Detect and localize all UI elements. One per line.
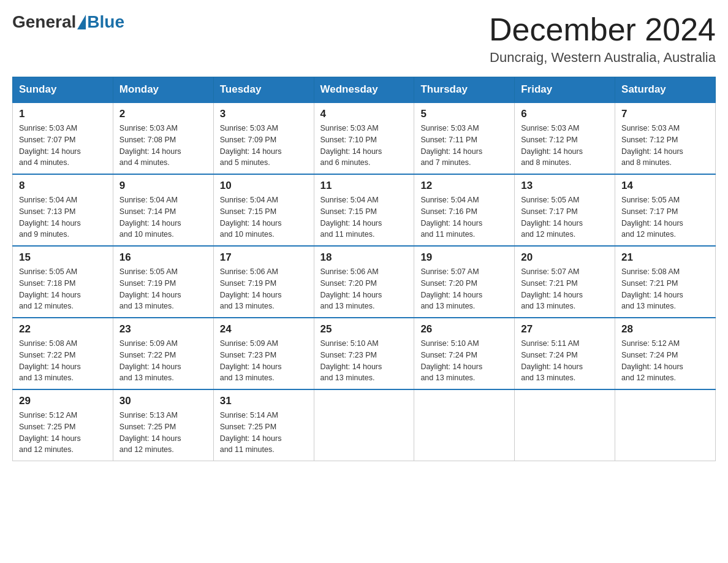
day-number: 21 bbox=[621, 251, 709, 264]
month-title: December 2024 bbox=[489, 12, 716, 47]
day-number: 13 bbox=[521, 180, 609, 192]
day-info: Sunrise: 5:14 AMSunset: 7:25 PMDaylight:… bbox=[220, 410, 308, 456]
day-info: Sunrise: 5:03 AMSunset: 7:08 PMDaylight:… bbox=[119, 123, 207, 169]
day-number: 5 bbox=[420, 108, 508, 120]
calendar-cell: 22Sunrise: 5:08 AMSunset: 7:22 PMDayligh… bbox=[13, 318, 113, 389]
week-row-5: 29Sunrise: 5:12 AMSunset: 7:25 PMDayligh… bbox=[13, 389, 716, 461]
calendar-cell: 13Sunrise: 5:05 AMSunset: 7:17 PMDayligh… bbox=[515, 174, 615, 246]
week-row-4: 22Sunrise: 5:08 AMSunset: 7:22 PMDayligh… bbox=[13, 318, 716, 389]
calendar-cell: 27Sunrise: 5:11 AMSunset: 7:24 PMDayligh… bbox=[515, 318, 615, 389]
weekday-header-sunday: Sunday bbox=[13, 77, 113, 103]
logo: General Blue bbox=[12, 12, 124, 32]
day-info: Sunrise: 5:05 AMSunset: 7:19 PMDaylight:… bbox=[119, 266, 207, 312]
calendar-cell: 1Sunrise: 5:03 AMSunset: 7:07 PMDaylight… bbox=[13, 102, 113, 174]
day-number: 12 bbox=[420, 180, 508, 192]
day-info: Sunrise: 5:10 AMSunset: 7:23 PMDaylight:… bbox=[320, 338, 408, 384]
day-number: 4 bbox=[320, 108, 408, 120]
day-number: 9 bbox=[119, 180, 207, 192]
logo-text-general: General bbox=[12, 12, 76, 32]
calendar-cell: 10Sunrise: 5:04 AMSunset: 7:15 PMDayligh… bbox=[213, 174, 314, 246]
calendar-cell: 9Sunrise: 5:04 AMSunset: 7:14 PMDaylight… bbox=[113, 174, 213, 246]
week-row-2: 8Sunrise: 5:04 AMSunset: 7:13 PMDaylight… bbox=[13, 174, 716, 246]
calendar-cell: 5Sunrise: 5:03 AMSunset: 7:11 PMDaylight… bbox=[414, 102, 515, 174]
day-info: Sunrise: 5:05 AMSunset: 7:17 PMDaylight:… bbox=[621, 194, 709, 240]
day-info: Sunrise: 5:03 AMSunset: 7:12 PMDaylight:… bbox=[521, 123, 609, 169]
day-number: 23 bbox=[119, 323, 207, 335]
day-info: Sunrise: 5:04 AMSunset: 7:15 PMDaylight:… bbox=[320, 194, 408, 240]
day-info: Sunrise: 5:06 AMSunset: 7:19 PMDaylight:… bbox=[220, 266, 308, 312]
calendar-cell: 6Sunrise: 5:03 AMSunset: 7:12 PMDaylight… bbox=[515, 102, 615, 174]
calendar-cell: 7Sunrise: 5:03 AMSunset: 7:12 PMDaylight… bbox=[615, 102, 716, 174]
calendar-cell bbox=[615, 389, 716, 461]
calendar-cell: 19Sunrise: 5:07 AMSunset: 7:20 PMDayligh… bbox=[414, 246, 515, 318]
day-info: Sunrise: 5:13 AMSunset: 7:25 PMDaylight:… bbox=[119, 410, 207, 456]
day-info: Sunrise: 5:09 AMSunset: 7:23 PMDaylight:… bbox=[220, 338, 308, 384]
calendar-cell: 31Sunrise: 5:14 AMSunset: 7:25 PMDayligh… bbox=[213, 389, 314, 461]
logo-triangle-icon bbox=[77, 15, 86, 29]
day-number: 2 bbox=[119, 108, 207, 120]
day-number: 8 bbox=[19, 180, 107, 192]
day-number: 26 bbox=[420, 323, 508, 335]
weekday-header-wednesday: Wednesday bbox=[314, 77, 414, 103]
day-info: Sunrise: 5:10 AMSunset: 7:24 PMDaylight:… bbox=[420, 338, 508, 384]
day-number: 31 bbox=[220, 395, 308, 407]
calendar-cell: 30Sunrise: 5:13 AMSunset: 7:25 PMDayligh… bbox=[113, 389, 213, 461]
weekday-header-friday: Friday bbox=[515, 77, 615, 103]
calendar-cell: 25Sunrise: 5:10 AMSunset: 7:23 PMDayligh… bbox=[314, 318, 414, 389]
logo-text-blue: Blue bbox=[87, 12, 124, 32]
day-number: 7 bbox=[621, 108, 709, 120]
weekday-header-thursday: Thursday bbox=[414, 77, 515, 103]
calendar-cell: 15Sunrise: 5:05 AMSunset: 7:18 PMDayligh… bbox=[13, 246, 113, 318]
week-row-3: 15Sunrise: 5:05 AMSunset: 7:18 PMDayligh… bbox=[13, 246, 716, 318]
day-info: Sunrise: 5:05 AMSunset: 7:17 PMDaylight:… bbox=[521, 194, 609, 240]
day-number: 16 bbox=[119, 251, 207, 264]
weekday-header-saturday: Saturday bbox=[615, 77, 716, 103]
calendar-cell: 2Sunrise: 5:03 AMSunset: 7:08 PMDaylight… bbox=[113, 102, 213, 174]
day-info: Sunrise: 5:07 AMSunset: 7:20 PMDaylight:… bbox=[420, 266, 508, 312]
calendar-cell: 3Sunrise: 5:03 AMSunset: 7:09 PMDaylight… bbox=[213, 102, 314, 174]
calendar-cell: 20Sunrise: 5:07 AMSunset: 7:21 PMDayligh… bbox=[515, 246, 615, 318]
day-info: Sunrise: 5:03 AMSunset: 7:11 PMDaylight:… bbox=[420, 123, 508, 169]
calendar-cell: 16Sunrise: 5:05 AMSunset: 7:19 PMDayligh… bbox=[113, 246, 213, 318]
day-info: Sunrise: 5:06 AMSunset: 7:20 PMDaylight:… bbox=[320, 266, 408, 312]
day-info: Sunrise: 5:04 AMSunset: 7:13 PMDaylight:… bbox=[19, 194, 107, 240]
day-number: 10 bbox=[220, 180, 308, 192]
day-number: 22 bbox=[19, 323, 107, 335]
day-number: 17 bbox=[220, 251, 308, 264]
calendar-cell: 28Sunrise: 5:12 AMSunset: 7:24 PMDayligh… bbox=[615, 318, 716, 389]
calendar-cell: 11Sunrise: 5:04 AMSunset: 7:15 PMDayligh… bbox=[314, 174, 414, 246]
day-number: 30 bbox=[119, 395, 207, 407]
day-info: Sunrise: 5:04 AMSunset: 7:15 PMDaylight:… bbox=[220, 194, 308, 240]
calendar-cell: 8Sunrise: 5:04 AMSunset: 7:13 PMDaylight… bbox=[13, 174, 113, 246]
calendar-cell: 12Sunrise: 5:04 AMSunset: 7:16 PMDayligh… bbox=[414, 174, 515, 246]
calendar-cell: 14Sunrise: 5:05 AMSunset: 7:17 PMDayligh… bbox=[615, 174, 716, 246]
day-info: Sunrise: 5:08 AMSunset: 7:22 PMDaylight:… bbox=[19, 338, 107, 384]
day-info: Sunrise: 5:03 AMSunset: 7:12 PMDaylight:… bbox=[621, 123, 709, 169]
day-info: Sunrise: 5:04 AMSunset: 7:14 PMDaylight:… bbox=[119, 194, 207, 240]
day-info: Sunrise: 5:12 AMSunset: 7:25 PMDaylight:… bbox=[19, 410, 107, 456]
day-number: 20 bbox=[521, 251, 609, 264]
day-number: 18 bbox=[320, 251, 408, 264]
calendar-cell bbox=[515, 389, 615, 461]
calendar-cell: 4Sunrise: 5:03 AMSunset: 7:10 PMDaylight… bbox=[314, 102, 414, 174]
day-number: 27 bbox=[521, 323, 609, 335]
calendar-cell: 21Sunrise: 5:08 AMSunset: 7:21 PMDayligh… bbox=[615, 246, 716, 318]
page-header: General Blue December 2024 Duncraig, Wes… bbox=[12, 12, 716, 66]
day-number: 14 bbox=[621, 180, 709, 192]
day-info: Sunrise: 5:03 AMSunset: 7:09 PMDaylight:… bbox=[220, 123, 308, 169]
day-number: 25 bbox=[320, 323, 408, 335]
calendar-cell: 18Sunrise: 5:06 AMSunset: 7:20 PMDayligh… bbox=[314, 246, 414, 318]
week-row-1: 1Sunrise: 5:03 AMSunset: 7:07 PMDaylight… bbox=[13, 102, 716, 174]
day-info: Sunrise: 5:04 AMSunset: 7:16 PMDaylight:… bbox=[420, 194, 508, 240]
day-info: Sunrise: 5:08 AMSunset: 7:21 PMDaylight:… bbox=[621, 266, 709, 312]
calendar-cell: 23Sunrise: 5:09 AMSunset: 7:22 PMDayligh… bbox=[113, 318, 213, 389]
day-info: Sunrise: 5:03 AMSunset: 7:07 PMDaylight:… bbox=[19, 123, 107, 169]
day-number: 15 bbox=[19, 251, 107, 264]
calendar-cell: 29Sunrise: 5:12 AMSunset: 7:25 PMDayligh… bbox=[13, 389, 113, 461]
day-info: Sunrise: 5:12 AMSunset: 7:24 PMDaylight:… bbox=[621, 338, 709, 384]
day-info: Sunrise: 5:03 AMSunset: 7:10 PMDaylight:… bbox=[320, 123, 408, 169]
day-number: 1 bbox=[19, 108, 107, 120]
weekday-header-monday: Monday bbox=[113, 77, 213, 103]
day-number: 24 bbox=[220, 323, 308, 335]
day-number: 11 bbox=[320, 180, 408, 192]
